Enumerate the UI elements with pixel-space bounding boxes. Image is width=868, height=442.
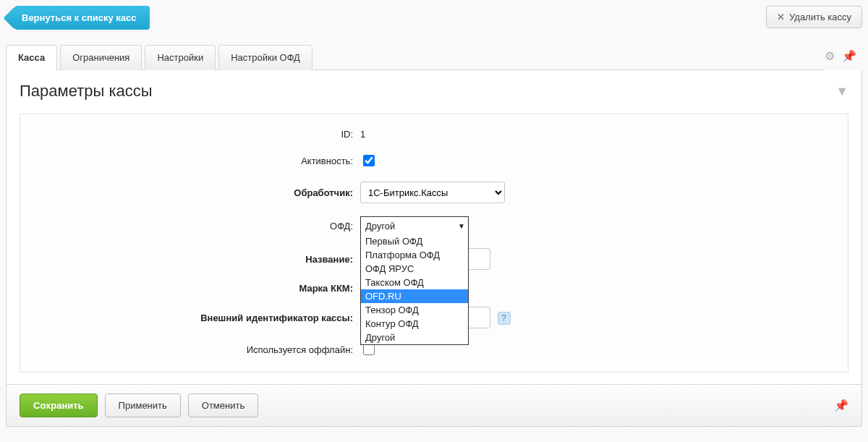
help-icon[interactable]: ? (498, 312, 511, 325)
bottom-bar: Сохранить Применить Отменить 📌 (6, 385, 862, 427)
panel-title: Параметры кассы (20, 82, 153, 101)
tab-cashbox[interactable]: Касса (6, 45, 57, 70)
ofd-label: ОФД: (27, 221, 360, 231)
form: ID: 1 Активность: Обработчик: 1С-Битрикс… (20, 114, 848, 373)
tab-ofd-settings[interactable]: Настройки ОФД (218, 45, 312, 70)
ext-id-label: Внешний идентификатор кассы: (200, 313, 353, 323)
save-button[interactable]: Сохранить (20, 394, 98, 417)
offline-label: Используется оффлайн: (27, 344, 360, 355)
ofd-selected-value: Другой (365, 221, 395, 231)
ofd-option[interactable]: OFD.RU (361, 289, 468, 303)
active-checkbox[interactable] (363, 155, 375, 166)
cancel-button[interactable]: Отменить (188, 394, 258, 417)
name-label: Название: (305, 254, 353, 265)
ofd-option[interactable]: Платформа ОФД (361, 248, 468, 262)
pin-icon[interactable]: 📌 (842, 49, 856, 63)
kkm-label: Марка ККМ: (299, 283, 353, 294)
ofd-dropdown: Первый ОФД Платформа ОФД ОФД ЯРУС Такско… (360, 234, 469, 345)
ofd-option[interactable]: Первый ОФД (361, 234, 468, 248)
tab-settings[interactable]: Настройки (145, 45, 216, 70)
chevron-down-icon: ▼ (458, 222, 465, 230)
gear-icon[interactable]: ⚙ (825, 49, 835, 63)
ofd-option[interactable]: ОФД ЯРУС (361, 262, 468, 276)
ofd-select[interactable]: Другой ▼ (360, 216, 469, 235)
panel: Параметры кассы ▼ ID: 1 Активность: Обра… (6, 70, 862, 385)
pin-icon[interactable]: 📌 (834, 399, 848, 412)
ofd-option[interactable]: Другой (361, 331, 468, 344)
handler-label: Обработчик: (294, 187, 353, 198)
tabs: Касса Ограничения Настройки Настройки ОФ… (6, 44, 825, 70)
ofd-option[interactable]: Контур ОФД (361, 317, 468, 331)
ofd-option[interactable]: Такском ОФД (361, 276, 468, 289)
delete-cashbox-button[interactable]: ✕ Удалить кассу (766, 6, 862, 28)
collapse-toggle[interactable]: ▼ (835, 84, 848, 99)
ofd-option[interactable]: Тензор ОФД (361, 303, 468, 317)
back-to-list-button[interactable]: Вернуться к списку касс (14, 6, 150, 30)
offline-checkbox[interactable] (363, 344, 375, 355)
tab-restrictions[interactable]: Ограничения (60, 45, 142, 70)
apply-button[interactable]: Применить (105, 394, 181, 417)
handler-select[interactable]: 1С-Битрикс.Кассы (360, 182, 505, 203)
delete-button-label: Удалить кассу (789, 12, 851, 22)
close-icon: ✕ (777, 12, 785, 22)
id-label: ID: (27, 129, 360, 140)
active-label: Активность: (27, 156, 360, 166)
id-value: 1 (360, 129, 365, 140)
